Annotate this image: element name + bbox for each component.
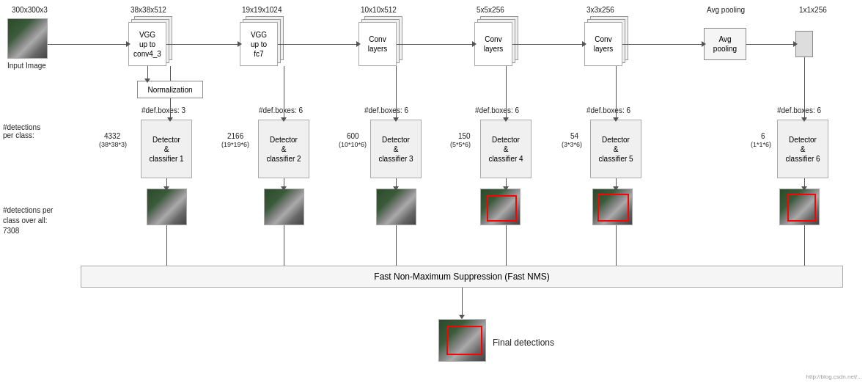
arrowhead-7 xyxy=(793,41,798,47)
def-boxes-4: #def.boxes: 6 xyxy=(475,106,519,114)
arrowhead-img2 xyxy=(281,186,287,191)
det-sub-4: (5*5*6) xyxy=(450,141,471,148)
arrowhead-1 xyxy=(126,41,130,47)
normalization-box: Normalization xyxy=(137,81,203,98)
detections-per-class-label: #detectionsper class: xyxy=(3,123,69,139)
arrow-nms4 xyxy=(506,225,507,266)
conv2-box: Convlayers xyxy=(474,22,512,66)
arrowhead-img6 xyxy=(801,186,807,191)
def-boxes-3: #def.boxes: 6 xyxy=(364,106,408,114)
arrowhead-d2 xyxy=(281,117,287,122)
arrow-vgg1-norm xyxy=(170,66,171,81)
det-count-1: 4332 xyxy=(104,132,120,140)
conv1-box: Convlayers xyxy=(358,22,397,66)
det-img-5 xyxy=(592,189,633,225)
arrowhead-img4 xyxy=(503,186,509,191)
arrowhead-d5 xyxy=(613,117,619,122)
arrow-final xyxy=(462,288,463,317)
final-label: Final detections xyxy=(493,338,554,348)
arrowhead-2 xyxy=(238,41,242,47)
det-sub-1: (38*38*3) xyxy=(99,141,127,148)
size-38: 38x38x512 xyxy=(130,6,166,14)
arrow-nms5 xyxy=(616,225,617,266)
arrow-d6-v xyxy=(804,57,805,120)
watermark: http://blog.csdn.net/... xyxy=(806,373,863,380)
arrowhead-3 xyxy=(356,41,361,47)
arrow-nms1 xyxy=(166,225,167,266)
input-image-label: Input Image xyxy=(7,62,46,70)
cube-1x1 xyxy=(795,31,813,57)
det-count-3: 600 xyxy=(347,132,359,140)
arrow-nms2 xyxy=(284,225,284,266)
arrowhead-d6 xyxy=(801,117,807,122)
det-count-5: 54 xyxy=(570,132,578,140)
det-count-4: 150 xyxy=(458,132,471,140)
conv3-box: Convlayers xyxy=(584,22,622,66)
det-count-6: 6 xyxy=(761,132,765,140)
def-boxes-1: #def.boxes: 3 xyxy=(141,106,185,114)
det-img-1 xyxy=(147,189,187,225)
arrowhead-d1 xyxy=(167,117,173,122)
detector-3: Detector&classifier 3 xyxy=(370,120,422,178)
arrow-nms6 xyxy=(804,225,805,266)
det-img-6 xyxy=(779,189,820,225)
arrow-h3 xyxy=(278,44,358,45)
arrow-d5-v xyxy=(616,66,617,120)
arrow-h7 xyxy=(746,44,795,45)
arrow-h1 xyxy=(48,44,128,45)
detections-total-label: #detections perclass over all:7308 xyxy=(3,205,76,236)
size-1: 1x1x256 xyxy=(799,6,827,14)
arrowhead-img3 xyxy=(393,186,399,191)
det-sub-6: (1*1*6) xyxy=(751,141,771,148)
architecture-diagram: 300x300x3 38x38x512 19x19x1024 10x10x512… xyxy=(0,0,868,383)
def-boxes-5: #def.boxes: 6 xyxy=(586,106,630,114)
detector-1: Detector&classifier 1 xyxy=(141,120,192,178)
def-boxes-6: #def.boxes: 6 xyxy=(777,106,821,114)
det-sub-5: (3*3*6) xyxy=(562,141,582,148)
size-300: 300x300x3 xyxy=(12,6,48,14)
arrowhead-img1 xyxy=(163,186,169,191)
det-sub-3: (10*10*6) xyxy=(339,141,367,148)
det-img-4 xyxy=(480,189,521,225)
size-5: 5x5x256 xyxy=(477,6,504,14)
arrowhead-norm xyxy=(144,79,150,83)
nms-box: Fast Non-Maximum Suppression (Fast NMS) xyxy=(81,266,843,288)
arrow-h6 xyxy=(622,44,704,45)
det-count-2: 2166 xyxy=(227,132,243,140)
input-image xyxy=(7,18,48,59)
arrow-d3-v xyxy=(396,66,397,120)
detector-4: Detector&classifier 4 xyxy=(480,120,532,178)
det-sub-2: (19*19*6) xyxy=(221,141,249,148)
arrowhead-d3 xyxy=(393,117,399,122)
detector-6: Detector&classifier 6 xyxy=(777,120,828,178)
arrow-h4 xyxy=(397,44,474,45)
arrowhead-d4 xyxy=(503,117,509,122)
det-img-3 xyxy=(376,189,416,225)
size-19: 19x19x1024 xyxy=(242,6,282,14)
arrow-h5 xyxy=(512,44,584,45)
final-det-image xyxy=(438,319,486,362)
arrow-d4-v xyxy=(506,66,507,120)
arrow-d1-v xyxy=(170,98,171,120)
arrow-h2 xyxy=(166,44,240,45)
detector-2: Detector&classifier 2 xyxy=(258,120,309,178)
arrowhead-4 xyxy=(472,41,477,47)
avg-pool-box: Avgpooling xyxy=(704,28,746,60)
arrowhead-img5 xyxy=(613,186,619,191)
arrow-nms3 xyxy=(396,225,397,266)
size-avg: Avg pooling xyxy=(707,6,745,14)
detector-5: Detector&classifier 5 xyxy=(590,120,641,178)
def-boxes-2: #def.boxes: 6 xyxy=(259,106,303,114)
arrowhead-6 xyxy=(702,41,706,47)
vgg2-box: VGGup tofc7 xyxy=(240,22,278,66)
arrow-d2-v xyxy=(284,66,284,120)
vgg1-box: VGGup toconv4_3 xyxy=(128,22,166,66)
size-10: 10x10x512 xyxy=(361,6,397,14)
arrowhead-5 xyxy=(582,41,586,47)
det-img-2 xyxy=(264,189,304,225)
size-3: 3x3x256 xyxy=(586,6,614,14)
